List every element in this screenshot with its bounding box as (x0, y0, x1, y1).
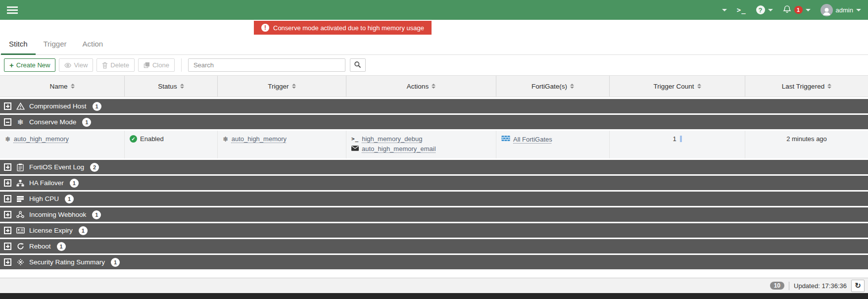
group-row-ha-failover[interactable]: HA Failover 1 (0, 176, 868, 190)
column-header-status[interactable]: Status (125, 76, 218, 97)
delete-button[interactable]: Delete (96, 58, 135, 72)
eye-icon (64, 62, 71, 69)
footer-divider (789, 282, 789, 290)
action-link-cli[interactable]: high_memory_debug (362, 135, 422, 143)
expand-icon[interactable] (4, 211, 11, 218)
column-header-trigger[interactable]: Trigger (218, 76, 346, 97)
webhook-icon (16, 211, 25, 218)
admin-menu[interactable]: admin (820, 4, 861, 16)
admin-username: admin (836, 6, 853, 14)
sort-icon (827, 84, 831, 89)
group-label: License Expiry (29, 227, 73, 234)
cell-name: ❄ auto_high_memory (0, 131, 125, 158)
expand-icon[interactable] (4, 258, 11, 266)
bell-icon (783, 5, 791, 15)
plus-icon: + (9, 61, 14, 69)
fortigate-icon (501, 135, 510, 143)
group-count-badge: 1 (82, 118, 91, 127)
snowflake-icon: ❄ (5, 136, 11, 143)
security-rating-icon (16, 258, 25, 266)
table-header: Name Status Trigger Actions FortiGate(s)… (0, 75, 868, 97)
banner-text: Conserve mode activated due to high memo… (273, 24, 424, 32)
sort-icon (697, 84, 701, 89)
group-row-fortios-event-log[interactable]: FortiOS Event Log 2 (0, 160, 868, 174)
email-icon (351, 145, 359, 152)
group-row-incoming-webhook[interactable]: Incoming Webhook 1 (0, 207, 868, 222)
expand-icon[interactable] (4, 102, 11, 110)
cell-trigger-count: 1 (610, 131, 745, 158)
group-label: FortiOS Event Log (29, 163, 84, 171)
group-row-license-expiry[interactable]: License Expiry 1 (0, 223, 868, 238)
trash-icon (102, 62, 108, 69)
column-header-trigger-count[interactable]: Trigger Count (610, 76, 745, 97)
view-button[interactable]: View (59, 58, 93, 72)
clone-icon (144, 62, 150, 68)
group-label: HA Failover (29, 179, 64, 187)
search-button[interactable] (350, 58, 366, 72)
fortigates-link[interactable]: All FortiGates (513, 136, 552, 143)
group-count-badge: 1 (70, 179, 79, 188)
notifications-menu[interactable]: 1 (783, 5, 811, 15)
group-label: Incoming Webhook (29, 211, 86, 218)
chevron-down-icon (768, 9, 773, 11)
reboot-icon (16, 243, 25, 250)
trigger-count-value: 1 (673, 135, 676, 143)
chevron-down-icon (856, 9, 861, 11)
check-circle-icon: ✓ (130, 135, 137, 143)
toolbar-separator (181, 58, 182, 72)
group-row-security-rating-summary[interactable]: Security Rating Summary 1 (0, 255, 868, 269)
cli-console-icon[interactable]: >_ (737, 6, 746, 14)
group-row-reboot[interactable]: Reboot 1 (0, 239, 868, 253)
trigger-link[interactable]: auto_high_memory (232, 135, 287, 143)
sort-icon (180, 84, 184, 89)
notification-badge: 1 (794, 6, 803, 14)
chevron-down-icon[interactable] (722, 9, 727, 11)
tab-trigger[interactable]: Trigger (36, 40, 75, 55)
column-header-last-triggered[interactable]: Last Triggered (745, 76, 868, 97)
sitemap-icon (16, 180, 25, 187)
group-row-compromised-host[interactable]: Compromised Host 1 (0, 99, 868, 113)
action-link-email[interactable]: auto_high_memory_email (362, 145, 436, 152)
collapse-icon[interactable] (4, 118, 11, 126)
create-new-button[interactable]: + Create New (4, 58, 55, 72)
expand-icon[interactable] (4, 227, 11, 234)
help-icon: ? (756, 5, 765, 14)
search-icon (354, 61, 361, 70)
group-count-badge: 1 (111, 258, 120, 267)
column-header-name[interactable]: Name (0, 76, 125, 97)
group-row-high-cpu[interactable]: High CPU 1 (0, 192, 868, 206)
cli-script-icon: >_ (351, 136, 359, 142)
conserve-mode-banner: ! Conserve mode activated due to high me… (254, 21, 432, 35)
table-row[interactable]: ❄ auto_high_memory ✓ Enabled ❄ auto_high… (0, 131, 868, 158)
column-header-actions[interactable]: Actions (346, 76, 496, 97)
menu-icon[interactable] (7, 6, 18, 14)
sort-icon (570, 84, 574, 89)
group-row-conserve-mode[interactable]: ❄ Conserve Mode 1 (0, 115, 868, 129)
tab-action[interactable]: Action (74, 40, 111, 55)
help-menu[interactable]: ? (756, 5, 773, 14)
cell-last-triggered: 2 minutes ago (745, 131, 868, 158)
expand-icon[interactable] (4, 195, 11, 202)
stitch-name-link[interactable]: auto_high_memory (14, 135, 69, 143)
cell-trigger: ❄ auto_high_memory (218, 131, 346, 158)
search-input[interactable] (188, 58, 345, 72)
expand-icon[interactable] (4, 163, 11, 171)
total-count-badge: 10 (770, 282, 784, 290)
tab-stitch[interactable]: Stitch (1, 40, 36, 55)
column-header-fortigates[interactable]: FortiGate(s) (496, 76, 610, 97)
topbar: >_ ? 1 admin (0, 0, 868, 20)
group-count-badge: 1 (79, 226, 88, 235)
expand-icon[interactable] (4, 243, 11, 250)
expand-icon[interactable] (4, 179, 11, 187)
sort-icon (71, 84, 75, 89)
avatar (820, 4, 833, 16)
trigger-count-bar (680, 136, 682, 142)
refresh-button[interactable]: ↻ (851, 280, 865, 292)
group-count-badge: 2 (90, 163, 99, 172)
group-label: Reboot (29, 243, 51, 250)
app-window: >_ ? 1 admin ! Conserve mo (0, 0, 868, 299)
alert-icon: ! (261, 24, 269, 32)
chevron-down-icon (806, 9, 811, 11)
group-count-badge: 1 (93, 102, 101, 111)
clone-button[interactable]: Clone (138, 58, 175, 72)
